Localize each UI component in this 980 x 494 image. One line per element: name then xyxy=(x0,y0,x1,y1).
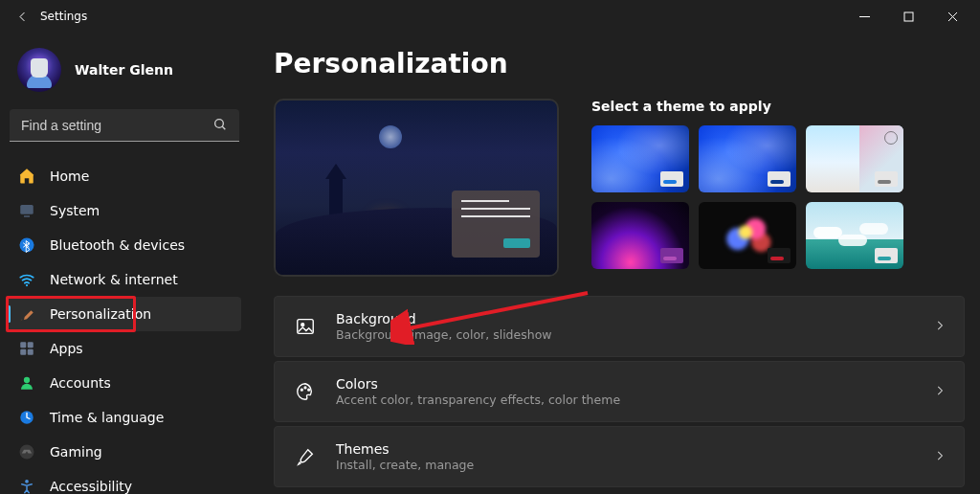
search-input[interactable] xyxy=(10,109,239,141)
sidebar-item-apps[interactable]: Apps xyxy=(8,331,241,366)
person-icon xyxy=(17,373,36,393)
svg-point-15 xyxy=(301,324,304,326)
setting-themes[interactable]: Themes Install, create, manage xyxy=(274,426,965,487)
page-title: Personalization xyxy=(274,48,965,79)
svg-point-10 xyxy=(24,377,30,383)
svg-rect-9 xyxy=(28,349,33,355)
svg-point-1 xyxy=(215,120,224,128)
sidebar-item-bluetooth[interactable]: Bluetooth & devices xyxy=(8,228,241,262)
svg-point-5 xyxy=(26,284,28,286)
settings-list: Background Background image, color, slid… xyxy=(274,296,965,487)
sidebar-item-label: Home xyxy=(50,168,89,184)
svg-rect-0 xyxy=(904,12,913,21)
setting-title: Background xyxy=(336,311,552,326)
titlebar: Settings xyxy=(0,0,980,33)
accessibility-icon xyxy=(17,477,36,494)
theme-thumbnail[interactable] xyxy=(699,125,796,192)
sidebar-item-network[interactable]: Network & internet xyxy=(8,262,241,297)
sidebar-item-accounts[interactable]: Accounts xyxy=(8,366,241,400)
sidebar-item-label: Personalization xyxy=(50,306,151,322)
avatar xyxy=(17,48,61,92)
paintbrush-icon xyxy=(17,304,36,324)
theme-thumbnail[interactable] xyxy=(806,202,903,269)
search-box[interactable] xyxy=(10,109,239,142)
apps-icon xyxy=(17,339,36,358)
sidebar-item-label: Bluetooth & devices xyxy=(50,237,185,253)
setting-subtitle: Install, create, manage xyxy=(336,458,474,472)
sidebar-item-personalization[interactable]: Personalization xyxy=(8,297,241,331)
gamepad-icon xyxy=(17,442,36,461)
setting-subtitle: Accent color, transparency effects, colo… xyxy=(336,393,620,407)
sidebar-item-label: Accessibility xyxy=(50,479,132,494)
brush-icon xyxy=(292,443,319,470)
svg-rect-14 xyxy=(298,320,314,334)
window-title: Settings xyxy=(40,10,87,23)
sidebar-item-label: Accounts xyxy=(50,375,111,391)
back-button[interactable] xyxy=(6,0,38,33)
svg-point-17 xyxy=(304,387,306,389)
sidebar-item-time[interactable]: Time & language xyxy=(8,400,241,435)
themes-heading: Select a theme to apply xyxy=(591,99,965,114)
svg-point-12 xyxy=(20,445,34,460)
chevron-right-icon xyxy=(933,384,947,400)
sidebar-item-label: Apps xyxy=(50,341,83,356)
picture-icon xyxy=(292,313,319,340)
sidebar-item-label: Network & internet xyxy=(50,272,178,287)
sidebar-item-gaming[interactable]: Gaming xyxy=(8,435,241,469)
theme-thumbnail[interactable] xyxy=(699,202,796,269)
svg-point-13 xyxy=(25,480,29,483)
svg-rect-2 xyxy=(20,205,33,214)
sidebar-item-system[interactable]: System xyxy=(8,193,241,228)
theme-grid xyxy=(591,125,965,269)
setting-title: Themes xyxy=(336,441,474,457)
close-button[interactable] xyxy=(930,0,974,33)
window-controls xyxy=(842,0,974,33)
theme-thumbnail[interactable] xyxy=(591,125,689,192)
chevron-right-icon xyxy=(933,449,947,465)
theme-thumbnail[interactable] xyxy=(806,125,903,192)
svg-rect-8 xyxy=(20,349,26,355)
svg-rect-7 xyxy=(28,342,33,348)
main-content: Personalization Select a theme to apply xyxy=(249,33,980,494)
minimize-button[interactable] xyxy=(842,0,886,33)
sidebar-item-label: Time & language xyxy=(50,410,164,425)
svg-point-18 xyxy=(308,389,310,391)
theme-thumbnail[interactable] xyxy=(591,202,689,269)
account-name: Walter Glenn xyxy=(75,62,173,78)
account-header[interactable]: Walter Glenn xyxy=(8,42,241,109)
sidebar: Walter Glenn Home System xyxy=(0,33,249,494)
bluetooth-icon xyxy=(17,236,36,255)
sidebar-item-home[interactable]: Home xyxy=(8,159,241,193)
sidebar-nav: Home System Bluetooth & devices Network … xyxy=(8,159,241,494)
home-icon xyxy=(17,167,36,186)
sidebar-item-label: Gaming xyxy=(50,444,102,460)
clock-globe-icon xyxy=(17,408,36,427)
wifi-icon xyxy=(17,270,36,289)
overview-row: Select a theme to apply xyxy=(274,99,965,277)
palette-icon xyxy=(292,378,319,405)
svg-point-16 xyxy=(301,389,302,391)
themes-section: Select a theme to apply xyxy=(591,99,965,277)
sidebar-item-accessibility[interactable]: Accessibility xyxy=(8,469,241,494)
search-icon xyxy=(212,117,228,135)
setting-subtitle: Background image, color, slideshow xyxy=(336,327,552,342)
svg-rect-6 xyxy=(20,342,26,348)
maximize-button[interactable] xyxy=(886,0,930,33)
setting-colors[interactable]: Colors Accent color, transparency effect… xyxy=(274,361,965,422)
svg-rect-3 xyxy=(24,215,30,217)
desktop-preview[interactable] xyxy=(274,99,559,277)
system-icon xyxy=(17,201,36,220)
setting-title: Colors xyxy=(336,376,620,392)
setting-background[interactable]: Background Background image, color, slid… xyxy=(274,296,965,357)
sidebar-item-label: System xyxy=(50,203,100,218)
chevron-right-icon xyxy=(933,319,947,335)
